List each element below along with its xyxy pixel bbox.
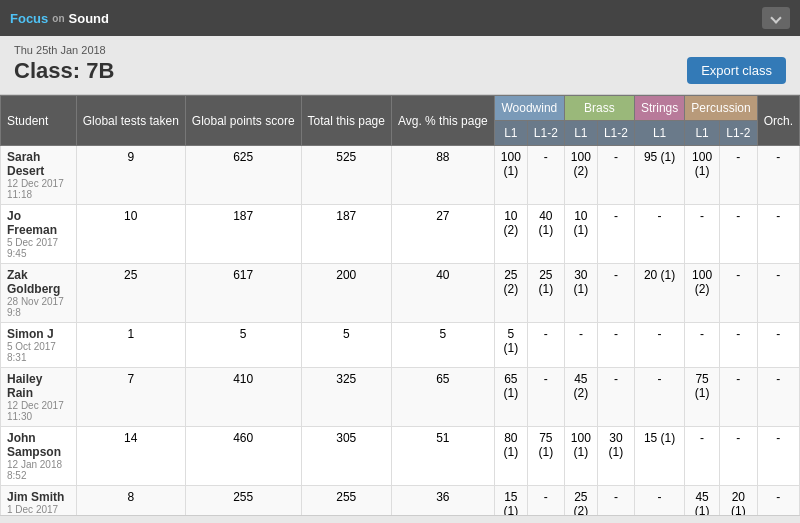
- orch-cell: -: [757, 146, 799, 205]
- ww-l12-cell: 40 (1): [527, 205, 564, 264]
- table-row: Simon J 5 Oct 2017 8:31 1 5 5 5 5 (1) - …: [1, 323, 800, 368]
- ww-l12-cell: -: [527, 486, 564, 516]
- global-tests-cell: 10: [76, 205, 185, 264]
- total-cell: 305: [301, 427, 391, 486]
- st-l1-cell: -: [634, 323, 684, 368]
- student-name: Sarah Desert: [7, 150, 70, 178]
- student-cell: John Sampson 12 Jan 2018 8:52: [1, 427, 77, 486]
- student-date: 12 Dec 2017 11:18: [7, 178, 70, 200]
- global-points-cell: 617: [185, 264, 301, 323]
- st-l1-cell: -: [634, 368, 684, 427]
- ww-l1-cell: 100 (1): [494, 146, 527, 205]
- orch-cell: -: [757, 264, 799, 323]
- pe-l12-cell: 20 (1): [719, 486, 757, 516]
- pe-l1-cell: 75 (1): [685, 368, 720, 427]
- pe-l12-header: L1-2: [719, 121, 757, 146]
- total-this-page-header: Total this page: [301, 96, 391, 146]
- logo-sound: Sound: [69, 11, 109, 26]
- student-date: 12 Jan 2018 8:52: [7, 459, 70, 481]
- st-l1-cell: -: [634, 205, 684, 264]
- dropdown-button[interactable]: [762, 7, 790, 29]
- table-container: Student Global tests taken Global points…: [0, 95, 800, 515]
- pe-l1-cell: -: [685, 427, 720, 486]
- page-date: Thu 25th Jan 2018: [14, 44, 114, 56]
- pe-l12-cell: -: [719, 323, 757, 368]
- global-tests-cell: 8: [76, 486, 185, 516]
- avg-cell: 88: [391, 146, 494, 205]
- br-l12-cell: -: [597, 368, 634, 427]
- ww-l1-cell: 65 (1): [494, 368, 527, 427]
- ww-l1-cell: 10 (2): [494, 205, 527, 264]
- page-title: Class: 7B: [14, 58, 114, 84]
- student-date: 5 Dec 2017 9:45: [7, 237, 70, 259]
- student-date: 28 Nov 2017 9:8: [7, 296, 70, 318]
- global-tests-cell: 7: [76, 368, 185, 427]
- strings-header: Strings: [634, 96, 684, 121]
- table-row: John Sampson 12 Jan 2018 8:52 14 460 305…: [1, 427, 800, 486]
- student-name: John Sampson: [7, 431, 70, 459]
- global-points-cell: 625: [185, 146, 301, 205]
- avg-cell: 51: [391, 427, 494, 486]
- st-l1-cell: 15 (1): [634, 427, 684, 486]
- br-l1-cell: 10 (1): [564, 205, 597, 264]
- br-l12-cell: -: [597, 486, 634, 516]
- class-table: Student Global tests taken Global points…: [0, 95, 800, 515]
- br-l1-cell: 100 (1): [564, 427, 597, 486]
- ww-l1-cell: 5 (1): [494, 323, 527, 368]
- student-name: Jim Smith: [7, 490, 70, 504]
- st-l1-header: L1: [634, 121, 684, 146]
- ww-l12-cell: 75 (1): [527, 427, 564, 486]
- ww-l12-cell: 25 (1): [527, 264, 564, 323]
- logo-dot: on: [52, 13, 64, 24]
- student-name: Hailey Rain: [7, 372, 70, 400]
- br-l12-header: L1-2: [597, 121, 634, 146]
- table-row: Hailey Rain 12 Dec 2017 11:30 7 410 325 …: [1, 368, 800, 427]
- br-l1-cell: 45 (2): [564, 368, 597, 427]
- page-header: Thu 25th Jan 2018 Class: 7B Export class: [0, 36, 800, 95]
- br-l12-cell: 30 (1): [597, 427, 634, 486]
- global-tests-cell: 1: [76, 323, 185, 368]
- logo-focus: Focus: [10, 11, 48, 26]
- orch-cell: -: [757, 486, 799, 516]
- pe-l1-cell: 100 (2): [685, 264, 720, 323]
- orch-cell: -: [757, 427, 799, 486]
- orch-cell: -: [757, 205, 799, 264]
- student-cell: Sarah Desert 12 Dec 2017 11:18: [1, 146, 77, 205]
- ww-l12-cell: -: [527, 368, 564, 427]
- ww-l1-cell: 25 (2): [494, 264, 527, 323]
- student-date: 5 Oct 2017 8:31: [7, 341, 70, 363]
- ww-l1-cell: 15 (1): [494, 486, 527, 516]
- global-points-header: Global points score: [185, 96, 301, 146]
- student-cell: Zak Goldberg 28 Nov 2017 9:8: [1, 264, 77, 323]
- br-l12-cell: -: [597, 323, 634, 368]
- br-l1-cell: 100 (2): [564, 146, 597, 205]
- top-bar: FocusonSound: [0, 0, 800, 36]
- total-cell: 325: [301, 368, 391, 427]
- br-l1-header: L1: [564, 121, 597, 146]
- pe-l1-cell: -: [685, 205, 720, 264]
- global-tests-cell: 9: [76, 146, 185, 205]
- ww-l12-header: L1-2: [527, 121, 564, 146]
- ww-l1-header: L1: [494, 121, 527, 146]
- avg-cell: 5: [391, 323, 494, 368]
- student-column-header: Student: [1, 96, 77, 146]
- br-l12-cell: -: [597, 264, 634, 323]
- pe-l1-header: L1: [685, 121, 720, 146]
- orch-header: Orch.: [757, 96, 799, 146]
- global-tests-cell: 25: [76, 264, 185, 323]
- global-points-cell: 5: [185, 323, 301, 368]
- export-class-button[interactable]: Export class: [687, 57, 786, 84]
- global-points-cell: 187: [185, 205, 301, 264]
- page-header-left: Thu 25th Jan 2018 Class: 7B: [14, 44, 114, 84]
- student-cell: Jim Smith 1 Dec 2017 13:48: [1, 486, 77, 516]
- ww-l12-cell: -: [527, 323, 564, 368]
- total-cell: 525: [301, 146, 391, 205]
- pe-l12-cell: -: [719, 427, 757, 486]
- global-points-cell: 255: [185, 486, 301, 516]
- avg-cell: 40: [391, 264, 494, 323]
- br-l1-cell: -: [564, 323, 597, 368]
- chevron-down-icon: [770, 12, 781, 23]
- global-points-cell: 460: [185, 427, 301, 486]
- global-tests-cell: 14: [76, 427, 185, 486]
- pe-l12-cell: -: [719, 368, 757, 427]
